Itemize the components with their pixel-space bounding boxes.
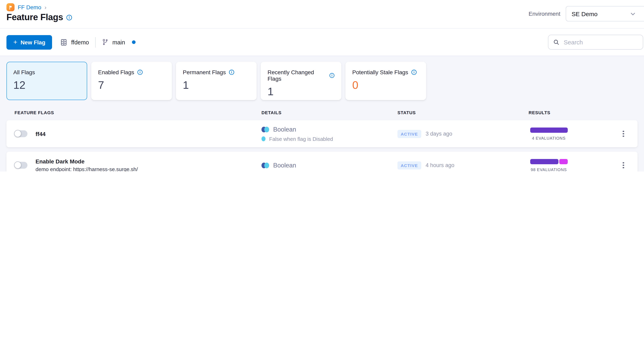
toggle-knob	[14, 130, 22, 137]
flag-toggle[interactable]	[14, 162, 28, 169]
flags-table: ff44BooleanFalse when flag is DisabledAC…	[6, 120, 638, 172]
info-icon[interactable]	[137, 70, 143, 75]
repo-selector[interactable]: ffdemo	[60, 38, 89, 46]
column-status: STATUS	[398, 110, 528, 115]
off-variation-text: False when flag is Disabled	[269, 136, 333, 142]
flag-row-enable-dark-mode: Enable Dark Modedemo endpoint: https://h…	[6, 152, 638, 172]
last-modified: 4 hours ago	[426, 162, 454, 168]
breadcrumb-chevron-icon: ›	[44, 4, 46, 10]
status-cell: ACTIVE3 days ago	[398, 130, 528, 138]
summary-card-label: Enabled Flags	[98, 69, 165, 76]
page-header: FF Demo › Feature Flags Environment SE D…	[0, 0, 644, 29]
environment-label: Environment	[528, 10, 560, 17]
summary-card-label: Recently Changed Flags	[268, 69, 334, 82]
flags-content: All Flags12Enabled Flags7Permanent Flags…	[0, 56, 644, 172]
summary-card-value: 1	[183, 79, 250, 92]
flag-type: Boolean	[262, 162, 398, 169]
flag-type-label: Boolean	[273, 126, 296, 133]
evaluations-bar-segment	[530, 127, 568, 132]
search-input[interactable]	[563, 38, 638, 46]
summary-card-label-text: Permanent Flags	[183, 69, 226, 76]
summary-card-potentially-stale-flags[interactable]: Potentially Stale Flags0	[346, 62, 426, 100]
feature-flags-module-icon	[6, 3, 14, 11]
breadcrumb-project-link[interactable]: FF Demo	[18, 4, 41, 10]
chevron-down-icon	[630, 11, 636, 17]
environment-select[interactable]: SE Demo	[566, 6, 644, 22]
summary-card-label-text: All Flags	[13, 69, 35, 76]
row-menu-button[interactable]	[620, 160, 627, 170]
flag-description: demo endpoint: https://harness-se.surge.…	[36, 166, 138, 172]
evaluations-label: 98 EVALUATIONS	[531, 167, 567, 172]
summary-card-value: 0	[352, 79, 419, 92]
evaluations-bar	[530, 159, 568, 164]
results-cell: 4 EVALUATIONS	[528, 127, 569, 140]
flag-row-ff44: ff44BooleanFalse when flag is DisabledAC…	[6, 120, 638, 147]
info-icon[interactable]	[329, 73, 334, 78]
column-feature-flags: FEATURE FLAGS	[14, 110, 262, 115]
flag-name[interactable]: ff44	[36, 130, 46, 137]
summary-card-label: Permanent Flags	[183, 69, 250, 76]
evaluations-bar-segment	[559, 159, 568, 164]
evaluations-bar	[530, 127, 568, 132]
environment-value: SE Demo	[572, 10, 598, 17]
plus-icon: +	[13, 39, 17, 46]
title-info-icon[interactable]	[66, 14, 72, 20]
branch-status-dot	[132, 40, 136, 44]
boolean-type-icon	[262, 126, 269, 132]
row-menu-button[interactable]	[620, 129, 627, 138]
status-badge: ACTIVE	[398, 130, 421, 138]
details-cell: BooleanFalse when flag is Disabled	[262, 126, 398, 142]
repo-name: ffdemo	[71, 39, 89, 46]
flags-toolbar: + New Flag ffdemo main	[0, 29, 644, 56]
repository-icon	[60, 38, 68, 46]
new-flag-button[interactable]: + New Flag	[6, 35, 52, 50]
info-icon[interactable]	[228, 70, 234, 75]
search-icon	[553, 39, 559, 45]
summary-card-label-text: Enabled Flags	[98, 69, 134, 76]
flag-cell: ff44	[14, 130, 262, 137]
flag-toggle[interactable]	[14, 130, 28, 137]
toolbar-divider	[96, 37, 96, 48]
summary-cards: All Flags12Enabled Flags7Permanent Flags…	[6, 62, 638, 100]
summary-card-value: 1	[268, 86, 334, 98]
type-circle	[264, 126, 269, 132]
toggle-knob	[14, 162, 22, 169]
search-box	[548, 35, 643, 50]
summary-card-permanent-flags[interactable]: Permanent Flags1	[176, 62, 257, 100]
summary-card-all-flags[interactable]: All Flags12	[6, 62, 87, 100]
flag-name-block: Enable Dark Modedemo endpoint: https://h…	[36, 158, 138, 172]
feature-flags-page: FF Demo › Feature Flags Environment SE D…	[0, 0, 644, 172]
status-cell: ACTIVE4 hours ago	[398, 161, 528, 169]
flag-cell: Enable Dark Modedemo endpoint: https://h…	[14, 158, 262, 172]
info-icon[interactable]	[411, 70, 416, 75]
flag-name-block: ff44	[36, 130, 46, 137]
flag-type: Boolean	[262, 126, 398, 133]
details-cell: Boolean	[262, 162, 398, 169]
status-badge: ACTIVE	[398, 161, 421, 169]
results-cell: 98 EVALUATIONS	[528, 159, 569, 172]
summary-card-enabled-flags[interactable]: Enabled Flags7	[91, 62, 172, 100]
column-results: RESULTS	[528, 110, 550, 115]
boolean-type-icon	[262, 162, 269, 168]
summary-card-label-text: Recently Changed Flags	[268, 69, 326, 82]
git-branch-icon	[102, 39, 109, 46]
summary-card-recently-changed-flags[interactable]: Recently Changed Flags1	[261, 62, 341, 100]
branch-selector[interactable]: main	[102, 39, 136, 46]
summary-card-label: Potentially Stale Flags	[352, 69, 419, 76]
summary-card-label: All Flags	[13, 69, 80, 76]
page-title: Feature Flags	[6, 12, 63, 22]
evaluations-bar-segment	[530, 159, 558, 164]
branch-name: main	[112, 39, 125, 46]
summary-card-label-text: Potentially Stale Flags	[352, 69, 408, 76]
flag-name[interactable]: Enable Dark Mode	[36, 158, 138, 165]
last-modified: 3 days ago	[426, 131, 452, 137]
breadcrumb: FF Demo ›	[6, 3, 46, 11]
flag-type-label: Boolean	[273, 162, 296, 169]
summary-card-value: 7	[98, 79, 165, 92]
type-circle	[264, 162, 269, 168]
column-details: DETAILS	[262, 110, 398, 115]
summary-card-value: 12	[13, 79, 80, 92]
evaluations-label: 4 EVALUATIONS	[532, 136, 566, 140]
table-header: FEATURE FLAGS DETAILS STATUS RESULTS	[6, 110, 638, 115]
off-variation-dot	[262, 136, 266, 141]
